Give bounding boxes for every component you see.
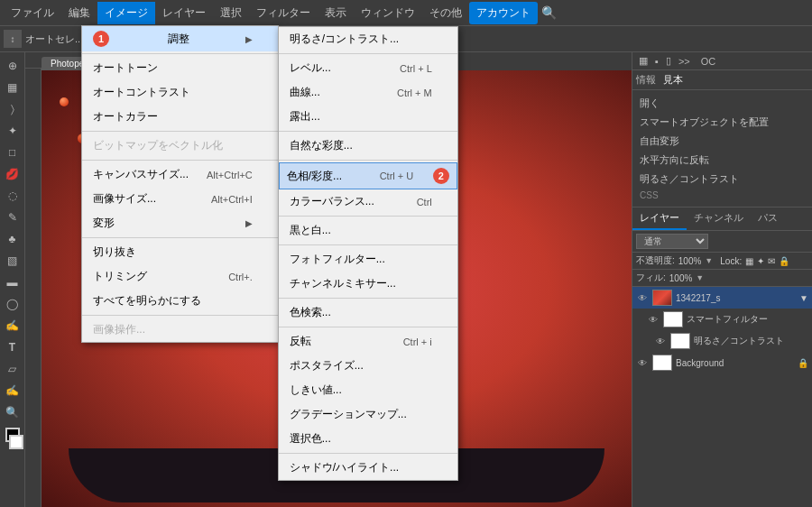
search-icon[interactable]: 🔍 bbox=[541, 5, 557, 20]
layer-mode-select[interactable]: 通常 bbox=[636, 234, 708, 249]
layer-item-0[interactable]: 👁 1342217_s ▼ bbox=[632, 287, 812, 309]
img-imagesize-label: 画像サイズ... bbox=[93, 191, 156, 207]
menu-view[interactable]: 表示 bbox=[318, 2, 354, 24]
tool-type[interactable]: T bbox=[3, 337, 23, 357]
menu-select[interactable]: 選択 bbox=[213, 2, 249, 24]
panel-icon-oc[interactable]: OC bbox=[698, 55, 719, 68]
layer-item-2[interactable]: 👁 明るさ／コントラスト bbox=[632, 330, 812, 352]
img-trim[interactable]: トリミング Ctrl+. bbox=[82, 264, 278, 289]
panel-icons-row: ▦ ▪ ▯ >> OC bbox=[632, 52, 812, 70]
layer-item-3[interactable]: 👁 Background 🔒 bbox=[632, 352, 812, 373]
layer-vis-2[interactable]: 👁 bbox=[654, 335, 667, 347]
tab-layers[interactable]: レイヤー bbox=[632, 207, 687, 230]
adj-hue-sat[interactable]: 色相/彩度... Ctrl + U 2 bbox=[279, 162, 457, 189]
tool-eyedropper[interactable]: 💋 bbox=[3, 164, 23, 184]
layer-vis-3[interactable]: 👁 bbox=[636, 356, 649, 369]
tool-brush[interactable]: ✎ bbox=[3, 207, 23, 227]
lock-icon-4[interactable]: 🔒 bbox=[779, 256, 789, 266]
layer-vis-1[interactable]: 👁 bbox=[647, 313, 660, 326]
tool-hand[interactable]: ✍ bbox=[3, 381, 23, 401]
adj-threshold[interactable]: しきい値... bbox=[279, 378, 457, 402]
quick-action-place[interactable]: スマートオブジェクトを配置 bbox=[636, 113, 808, 132]
adj-shadowhighlight[interactable]: シャドウ/ハイライト... bbox=[279, 456, 457, 480]
layer-arrow-0[interactable]: ▼ bbox=[799, 293, 808, 303]
adj-photofilter[interactable]: フォトフィルター... bbox=[279, 247, 457, 272]
tool-lasso[interactable]: 〉 bbox=[3, 99, 23, 119]
background-color[interactable] bbox=[9, 435, 23, 449]
menu-image[interactable]: イメージ bbox=[97, 2, 155, 24]
quick-action-flip[interactable]: 水平方向に反転 bbox=[636, 151, 808, 170]
css-label[interactable]: CSS bbox=[636, 189, 808, 202]
tool-dodge[interactable]: ◯ bbox=[3, 294, 23, 314]
adj-gradmap[interactable]: グラデーションマップ... bbox=[279, 402, 457, 427]
img-revealall[interactable]: すべてを明らかにする bbox=[82, 289, 278, 313]
adj-colorlookup-label: 色検索... bbox=[290, 305, 331, 320]
tool-heal[interactable]: ◌ bbox=[3, 186, 23, 206]
adj-bw[interactable]: 黒と白... bbox=[279, 218, 457, 243]
adj-brightness[interactable]: 明るさ/コントラスト... bbox=[279, 27, 457, 51]
menu-account[interactable]: アカウント bbox=[469, 2, 538, 24]
quick-action-open[interactable]: 開く bbox=[636, 94, 808, 113]
lock-icon-1[interactable]: ▦ bbox=[745, 256, 753, 266]
menu-window[interactable]: ウィンドウ bbox=[354, 2, 422, 24]
tool-gradient[interactable]: ▬ bbox=[3, 272, 23, 292]
opacity-label: 不透明度: bbox=[636, 254, 675, 267]
opacity-arrow[interactable]: ▼ bbox=[705, 256, 713, 265]
adj-vibrance[interactable]: 自然な彩度... bbox=[279, 134, 457, 158]
quick-action-transform[interactable]: 自由変形 bbox=[636, 132, 808, 151]
tab-samples[interactable]: 見本 bbox=[663, 72, 683, 88]
lock-icon-3[interactable]: ✉ bbox=[768, 256, 775, 266]
tool-magic-wand[interactable]: ✦ bbox=[3, 121, 23, 141]
quick-action-brightness[interactable]: 明るさ／コントラスト bbox=[636, 170, 808, 189]
opacity-value[interactable]: 100% bbox=[678, 256, 702, 266]
menu-edit[interactable]: 編集 bbox=[61, 2, 97, 24]
adj-curves[interactable]: 曲線... Ctrl + M bbox=[279, 80, 457, 105]
adj-posterize[interactable]: ポスタライズ... bbox=[279, 354, 457, 378]
tool-zoom[interactable]: 🔍 bbox=[3, 402, 23, 422]
tool-select[interactable]: ▦ bbox=[3, 78, 23, 97]
tool-shape[interactable]: ▱ bbox=[3, 359, 23, 379]
menu-file[interactable]: ファイル bbox=[4, 2, 61, 24]
image-menu-adjust[interactable]: 1 調整 ▶ 明るさ/コントラスト... レベル... Ctrl + L 曲線.… bbox=[82, 26, 278, 51]
tab-info[interactable]: 情報 bbox=[636, 72, 656, 88]
adj-selectivecolor[interactable]: 選択色... bbox=[279, 427, 457, 451]
menu-filter[interactable]: フィルター bbox=[249, 2, 318, 24]
tool-clone[interactable]: ♣ bbox=[3, 229, 23, 249]
tool-crop[interactable]: □ bbox=[3, 143, 23, 162]
img-canvassize[interactable]: キャンバスサイズ... Alt+Ctrl+C bbox=[82, 162, 278, 187]
move-tool-icon[interactable]: ↕ bbox=[4, 30, 22, 48]
img-crop[interactable]: 切り抜き bbox=[82, 240, 278, 264]
sep-7 bbox=[279, 453, 457, 454]
adj-levels[interactable]: レベル... Ctrl + L bbox=[279, 56, 457, 80]
adj-colorlookup[interactable]: 色検索... bbox=[279, 300, 457, 325]
adjustment-submenu: 明るさ/コントラスト... レベル... Ctrl + L 曲線... Ctrl… bbox=[278, 26, 458, 481]
layer-vis-0[interactable]: 👁 bbox=[636, 291, 649, 304]
img-autocontrast[interactable]: オートコントラスト bbox=[82, 80, 278, 105]
panel-icon-arrow[interactable]: >> bbox=[676, 55, 693, 68]
img-autocolor[interactable]: オートカラー bbox=[82, 105, 278, 129]
tool-eraser[interactable]: ▧ bbox=[3, 251, 23, 271]
lock-icon-2[interactable]: ✦ bbox=[757, 256, 764, 266]
adj-gradmap-label: グラデーションマップ... bbox=[290, 407, 407, 422]
img-imagesize[interactable]: 画像サイズ... Alt+Ctrl+I bbox=[82, 187, 278, 211]
adj-channelmixer[interactable]: チャンネルミキサー... bbox=[279, 272, 457, 296]
adj-exposure[interactable]: 露出... bbox=[279, 105, 457, 129]
panel-icon-3[interactable]: ▯ bbox=[663, 54, 674, 68]
tool-move[interactable]: ⊕ bbox=[3, 56, 23, 76]
layer-item-1[interactable]: 👁 スマートフィルター bbox=[632, 309, 812, 330]
adj-invert[interactable]: 反転 Ctrl + i bbox=[279, 329, 457, 354]
tool-pen[interactable]: ✍ bbox=[3, 316, 23, 336]
menu-other[interactable]: その他 bbox=[422, 2, 469, 24]
adj-exposure-label: 露出... bbox=[290, 109, 320, 124]
tab-paths[interactable]: パス bbox=[751, 207, 785, 230]
menu-layer[interactable]: レイヤー bbox=[155, 2, 213, 24]
adj-huesat-shortcut: Ctrl + U bbox=[380, 171, 414, 181]
fill-arrow[interactable]: ▼ bbox=[696, 273, 704, 282]
img-autotone[interactable]: オートトーン bbox=[82, 56, 278, 80]
panel-icon-2[interactable]: ▪ bbox=[652, 55, 661, 68]
adj-colorbalance[interactable]: カラーバランス... Ctrl bbox=[279, 189, 457, 214]
tab-channels[interactable]: チャンネル bbox=[687, 207, 751, 230]
img-transform[interactable]: 変形 ▶ bbox=[82, 211, 278, 235]
panel-icon-1[interactable]: ▦ bbox=[636, 54, 651, 68]
fill-value[interactable]: 100% bbox=[669, 273, 693, 283]
